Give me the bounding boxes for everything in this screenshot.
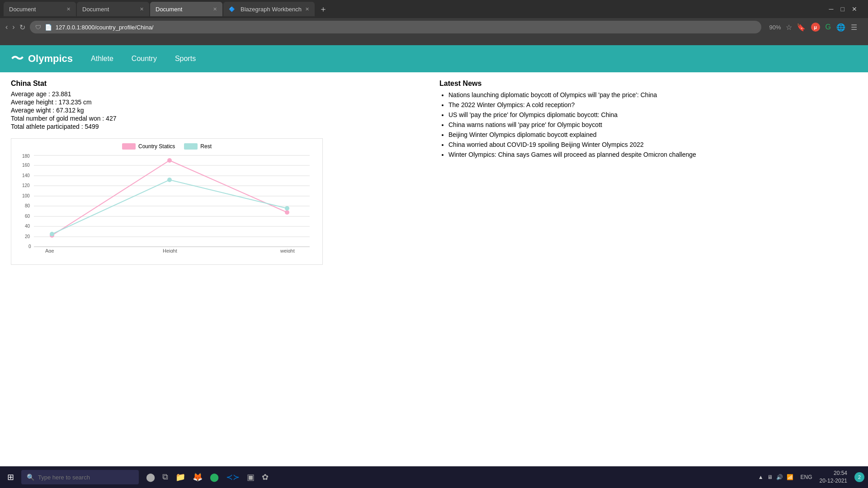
chrome-icon[interactable]: ⬤ — [210, 472, 219, 482]
news-item-3: US will 'pay the price' for Olympics dip… — [448, 111, 857, 118]
stats-title: China Stat — [11, 80, 429, 88]
browser-toolbar-icons: 🔖 μ G 🌐 ☰ — [797, 23, 863, 32]
tab-1-label: Document — [9, 6, 36, 13]
tab-2-label: Document — [82, 6, 109, 13]
firefox-icon[interactable]: 🦊 — [193, 472, 203, 482]
start-button[interactable]: ⊞ — [4, 472, 18, 482]
legend-country-label: Country Statics — [138, 143, 175, 150]
shield-icon: 🛡 — [35, 24, 41, 31]
legend-rest: Rest — [184, 143, 212, 150]
tab-4[interactable]: 🔷 Blazegraph Workbench ✕ — [223, 2, 315, 16]
svg-text:180: 180 — [22, 154, 30, 159]
svg-point-23 — [285, 210, 289, 215]
files-icon[interactable]: 📁 — [175, 472, 185, 482]
clock-time: 20:54 — [820, 469, 847, 477]
task-view-icon[interactable]: ⧉ — [162, 472, 168, 482]
tab-2[interactable]: Document ✕ — [77, 2, 149, 16]
address-input[interactable] — [56, 24, 756, 31]
terminal-icon[interactable]: ▣ — [247, 472, 255, 482]
search-icon: 🔍 — [27, 474, 34, 481]
news-item-1: Nations launching diplomatic boycott of … — [448, 91, 857, 99]
right-column: Latest News Nations launching diplomatic… — [439, 80, 857, 459]
navbar-brand[interactable]: 〜 Olympics — [11, 50, 73, 67]
vscode-icon[interactable]: ≺≻ — [226, 472, 240, 482]
main-chart: Country Statics Rest 0 20 40 60 80 100 1… — [11, 138, 323, 265]
svg-text:160: 160 — [22, 163, 30, 168]
svg-text:20: 20 — [25, 234, 30, 239]
tab-3-label: Document — [156, 6, 182, 13]
svg-text:80: 80 — [25, 203, 30, 208]
clock-date: 20-12-2021 — [820, 477, 847, 485]
cortana-icon[interactable]: ⬤ — [146, 472, 155, 482]
nav-athlete[interactable]: Athlete — [91, 55, 113, 63]
svg-text:120: 120 — [22, 183, 30, 188]
svg-text:60: 60 — [25, 214, 30, 219]
time-block: 20:54 20-12-2021 — [820, 469, 847, 485]
address-bar: ‹ › ↻ 🛡 📄 90% ☆ 🔖 μ G 🌐 ☰ — [0, 18, 868, 36]
news-item-7: Winter Olympics: China says Games will p… — [448, 151, 857, 158]
network-icon[interactable]: 🖥 — [767, 474, 773, 480]
olympics-icon: 〜 — [11, 50, 24, 67]
tab-2-close[interactable]: ✕ — [140, 6, 144, 12]
restore-button[interactable]: □ — [841, 5, 844, 13]
taskbar-search-box[interactable]: 🔍 — [21, 470, 139, 484]
zoom-badge: 90% — [769, 24, 781, 31]
reload-button[interactable]: ↻ — [19, 23, 25, 32]
arrow-up-icon[interactable]: ▲ — [758, 474, 764, 480]
volume-icon[interactable]: 🔊 — [776, 474, 783, 480]
ublockorigin-icon[interactable]: μ — [811, 23, 820, 32]
taskbar: ⊞ 🔍 ⬤ ⧉ 📁 🦊 ⬤ ≺≻ ▣ ✿ ▲ 🖥 🔊 📶 ENG 20:54 2… — [0, 466, 868, 488]
svg-text:100: 100 — [22, 193, 30, 198]
news-item-6: China worried about COVID-19 spoiling Be… — [448, 141, 857, 148]
wifi-icon[interactable]: 📶 — [787, 474, 793, 480]
navbar-brand-text: Olympics — [28, 53, 73, 65]
close-button[interactable]: ✕ — [852, 5, 857, 13]
tab-1[interactable]: Document ✕ — [4, 2, 76, 16]
svg-point-26 — [285, 206, 289, 211]
window-controls: ─ □ ✕ — [829, 5, 864, 13]
news-section: Latest News Nations launching diplomatic… — [439, 80, 857, 158]
svg-point-25 — [167, 178, 172, 182]
page-icon: 📄 — [45, 24, 52, 31]
pocket-icon[interactable]: 🔖 — [797, 23, 806, 32]
stat-athletes: Total athlete participated : 5499 — [11, 123, 429, 130]
tab-4-label: Blazegraph Workbench — [241, 6, 302, 13]
app-navbar: 〜 Olympics Athlete Country Sports — [0, 45, 868, 72]
globe-icon[interactable]: 🌐 — [836, 23, 845, 32]
main-content: China Stat Average age : 23.881 Average … — [0, 72, 868, 466]
tab-3[interactable]: Document ✕ — [150, 2, 222, 16]
news-item-5: Beijing Winter Olympics diplomatic boyco… — [448, 131, 857, 138]
tab-1-close[interactable]: ✕ — [66, 6, 71, 12]
news-title: Latest News — [439, 80, 857, 88]
address-input-wrap[interactable]: 🛡 📄 — [30, 21, 761, 33]
tab-4-close[interactable]: ✕ — [305, 6, 309, 12]
tab-3-close[interactable]: ✕ — [213, 6, 217, 12]
nav-sports[interactable]: Sports — [175, 55, 196, 63]
nav-country[interactable]: Country — [132, 55, 157, 63]
svg-text:Height: Height — [163, 248, 177, 253]
stat-weight: Average wight : 67.312 kg — [11, 107, 429, 114]
blazegraph-icon: 🔷 — [229, 6, 235, 12]
notification-badge[interactable]: 2 — [854, 472, 864, 482]
taskbar-search-input[interactable] — [38, 474, 133, 481]
taskbar-right: ▲ 🖥 🔊 📶 ENG 20:54 20-12-2021 2 — [758, 469, 864, 485]
minimize-button[interactable]: ─ — [829, 5, 834, 13]
legend-country-color — [122, 143, 136, 150]
svg-point-24 — [50, 232, 54, 236]
svg-text:0: 0 — [28, 244, 31, 249]
taskbar-icons: ⬤ ⧉ 📁 🦊 ⬤ ≺≻ ▣ ✿ — [142, 472, 272, 482]
news-item-4: China warns nations will 'pay price' for… — [448, 121, 857, 128]
star-icon[interactable]: ☆ — [786, 23, 792, 32]
grammarly-icon[interactable]: G — [826, 23, 831, 31]
app-icon[interactable]: ✿ — [262, 472, 269, 482]
news-list: Nations launching diplomatic boycott of … — [439, 91, 857, 158]
svg-text:weight: weight — [280, 248, 295, 253]
new-tab-button[interactable]: ＋ — [316, 4, 331, 14]
menu-icon[interactable]: ☰ — [851, 23, 857, 32]
svg-text:140: 140 — [22, 173, 30, 178]
forward-button[interactable]: › — [12, 23, 14, 31]
svg-text:Age: Age — [45, 248, 54, 253]
legend-rest-color — [184, 143, 198, 150]
legend-country: Country Statics — [122, 143, 175, 150]
back-button[interactable]: ‹ — [5, 23, 8, 31]
